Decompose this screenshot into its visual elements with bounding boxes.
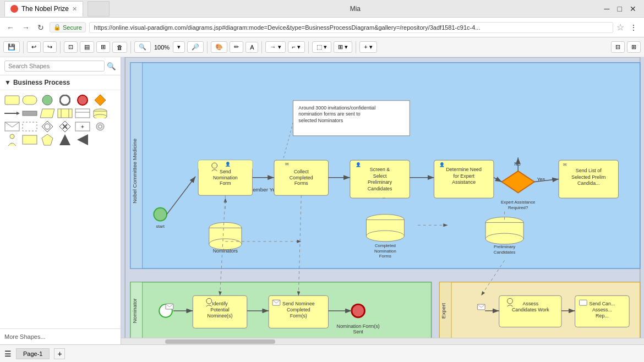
more-button[interactable]: + ▾ — [359, 41, 376, 53]
maximize-button[interactable]: □ — [614, 3, 625, 14]
svg-rect-140 — [580, 300, 587, 305]
page-view-button[interactable]: ▤ — [80, 41, 94, 53]
shape-or-gateway[interactable] — [40, 121, 55, 132]
zoom-dropdown-button[interactable]: ▾ — [173, 41, 185, 53]
shape-data[interactable] — [40, 108, 55, 119]
shape-gear[interactable] — [92, 121, 108, 132]
svg-marker-5 — [95, 95, 106, 106]
minimize-button[interactable]: ─ — [601, 3, 613, 14]
shape-diamond[interactable] — [92, 95, 108, 106]
shape-arrow-right[interactable] — [4, 108, 20, 119]
diagram-area[interactable]: Nobel Committee Medicine Nominator Exper… — [121, 57, 644, 344]
svg-point-126[interactable] — [352, 304, 365, 317]
svg-text:Nominee(s): Nominee(s) — [208, 313, 233, 319]
horizontal-scrollbar[interactable] — [121, 338, 644, 344]
diagram-menu-button[interactable]: ☰ — [4, 349, 12, 358]
bookmark-button[interactable]: ☆ — [616, 22, 624, 32]
window-controls[interactable]: ─ □ ✕ — [601, 3, 640, 14]
shape-double-arrow[interactable] — [22, 108, 37, 119]
refresh-button[interactable]: ↻ — [35, 22, 46, 33]
chevron-icon: ▼ — [4, 79, 11, 86]
svg-text:Nobel Committee Medicine: Nobel Committee Medicine — [132, 138, 138, 204]
redo-button[interactable]: ↪ — [43, 41, 57, 53]
url-input[interactable] — [89, 22, 613, 33]
font-button[interactable]: A — [245, 42, 258, 53]
tab-favicon — [10, 5, 18, 13]
svg-text:✉: ✉ — [563, 162, 567, 167]
svg-marker-32 — [59, 134, 70, 145]
svg-text:start: start — [156, 224, 165, 229]
svg-rect-1 — [23, 96, 37, 105]
shape-group-button[interactable]: ⬚ ▾ — [312, 41, 331, 53]
shape-database-icon[interactable] — [92, 108, 108, 119]
sep3 — [130, 41, 131, 53]
browser-tab[interactable]: The Nobel Prize ✕ — [4, 1, 83, 17]
shape-message[interactable] — [4, 121, 20, 132]
svg-point-3 — [60, 95, 70, 105]
svg-text:Completed: Completed — [287, 307, 310, 312]
shape-triangle[interactable] — [57, 134, 73, 145]
zoom-out-button[interactable]: 🔎 — [187, 41, 204, 53]
tab-close-button[interactable]: ✕ — [72, 6, 77, 13]
svg-text:Identify: Identify — [212, 301, 228, 306]
full-view-button[interactable]: ⊞ — [627, 41, 641, 53]
search-button[interactable]: 🔍 — [107, 62, 116, 70]
diagram-canvas: Nobel Committee Medicine Nominator Exper… — [121, 57, 644, 344]
back-button[interactable]: ← — [4, 22, 17, 33]
add-page-button[interactable]: + — [54, 348, 65, 359]
svg-text:Candidates: Candidates — [368, 186, 392, 191]
title-bar-left: The Nobel Prize ✕ — [4, 1, 110, 17]
svg-point-50[interactable] — [154, 208, 167, 221]
shape-circle[interactable] — [40, 95, 55, 106]
sep4 — [207, 41, 208, 53]
layout-button[interactable]: ⊞ ▾ — [334, 41, 352, 53]
zoom-fit-button[interactable]: ⊡ — [64, 41, 78, 53]
svg-rect-10 — [58, 109, 72, 118]
shape-triangle-right[interactable] — [75, 134, 90, 145]
shape-pentagon[interactable] — [40, 134, 55, 145]
shape-event-end[interactable] — [75, 95, 90, 106]
shape-rounded[interactable] — [22, 95, 37, 106]
close-window-button[interactable]: ✕ — [626, 3, 640, 14]
extensions-button[interactable]: ⋮ — [627, 22, 640, 33]
connector-button[interactable]: ⌐ ▾ — [288, 41, 305, 53]
section-business-process[interactable]: ▼ Business Process — [0, 75, 121, 90]
undo-button[interactable]: ↩ — [27, 41, 41, 53]
svg-text:Nomination Form(s): Nomination Form(s) — [337, 323, 380, 329]
fill-color-button[interactable]: 🎨 — [211, 41, 227, 53]
shape-person[interactable] — [4, 134, 20, 145]
delete-button[interactable]: 🗑 — [112, 42, 127, 53]
shape-swimlane[interactable] — [75, 108, 90, 119]
sep6 — [308, 41, 309, 53]
split-view-button[interactable]: ⊟ — [611, 41, 625, 53]
arrow-style-button[interactable]: → ▾ — [265, 41, 285, 53]
shape-large-rect[interactable] — [22, 134, 37, 145]
page-1-tab[interactable]: Page-1 — [16, 348, 50, 359]
shape-rect[interactable] — [4, 95, 20, 106]
shape-circle-thick[interactable] — [57, 95, 73, 106]
line-color-button[interactable]: ✏ — [230, 41, 243, 53]
save-button[interactable]: 💾 — [3, 41, 20, 53]
svg-point-92 — [366, 231, 404, 242]
scrollbar-thumb[interactable] — [165, 339, 275, 344]
zoom-in-button[interactable]: 🔍 — [134, 41, 151, 53]
shape-collapsed[interactable]: + — [75, 121, 90, 132]
svg-text:Form(s): Form(s) — [290, 313, 307, 319]
svg-rect-13 — [75, 109, 90, 118]
svg-text:Completed: Completed — [290, 175, 313, 180]
shape-annotation[interactable] — [22, 121, 37, 132]
more-shapes-button[interactable]: More Shapes... — [0, 328, 121, 344]
svg-text:Completed: Completed — [375, 243, 396, 248]
svg-text:👤: 👤 — [356, 162, 361, 167]
svg-rect-19 — [23, 122, 37, 131]
forward-button[interactable]: → — [20, 22, 32, 33]
svg-text:Assistance: Assistance — [452, 179, 476, 185]
sep5 — [261, 41, 262, 53]
svg-text:nomination forms are sent to: nomination forms are sent to — [298, 111, 360, 117]
svg-rect-0 — [5, 96, 19, 105]
shape-process[interactable] — [57, 108, 73, 119]
page-break-button[interactable]: ⊞ — [96, 41, 110, 53]
shape-xor-gateway[interactable] — [57, 121, 73, 132]
svg-text:Preliminary: Preliminary — [368, 179, 392, 185]
search-input[interactable] — [4, 61, 105, 72]
